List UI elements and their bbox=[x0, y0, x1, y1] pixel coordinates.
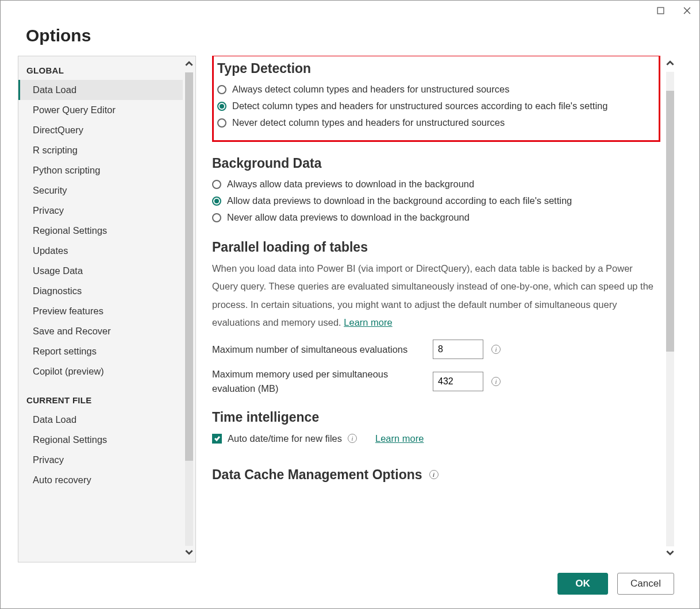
max-mem-row: Maximum memory used per simultaneous eva… bbox=[212, 367, 660, 396]
max-eval-input[interactable] bbox=[433, 340, 483, 359]
sidebar-item-save-and-recover[interactable]: Save and Recover bbox=[18, 321, 183, 341]
sidebar-item-directquery[interactable]: DirectQuery bbox=[18, 120, 183, 140]
type-detection-section: Type Detection Always detect column type… bbox=[212, 56, 660, 142]
checkbox-icon bbox=[212, 434, 222, 444]
info-icon[interactable]: i bbox=[491, 377, 501, 386]
maximize-button[interactable] bbox=[652, 2, 668, 18]
sidebar-item-cf-privacy[interactable]: Privacy bbox=[18, 450, 183, 470]
info-icon[interactable]: i bbox=[429, 470, 439, 479]
sidebar-item-diagnostics[interactable]: Diagnostics bbox=[18, 281, 183, 301]
checkbox-label: Auto date/time for new files bbox=[228, 433, 342, 444]
radio-label: Never detect column types and headers fo… bbox=[232, 117, 505, 128]
cancel-button[interactable]: Cancel bbox=[617, 573, 674, 595]
sidebar-item-python-scripting[interactable]: Python scripting bbox=[18, 160, 183, 180]
background-data-option-never[interactable]: Never allow data previews to download in… bbox=[212, 209, 660, 226]
background-data-option-always[interactable]: Always allow data previews to download i… bbox=[212, 176, 660, 192]
radio-label: Always detect column types and headers f… bbox=[232, 84, 509, 95]
sidebar-item-data-load[interactable]: Data Load bbox=[18, 80, 183, 100]
data-cache-title: Data Cache Management Options bbox=[212, 467, 422, 483]
sidebar-item-regional-settings[interactable]: Regional Settings bbox=[18, 221, 183, 241]
type-detection-option-always[interactable]: Always detect column types and headers f… bbox=[217, 81, 651, 98]
window-titlebar bbox=[1, 1, 699, 20]
options-dialog: Options GLOBAL Data Load Power Query Edi… bbox=[0, 0, 700, 609]
sidebar-item-cf-data-load[interactable]: Data Load bbox=[18, 410, 183, 430]
radio-label: Detect column types and headers for unst… bbox=[232, 101, 607, 111]
type-detection-option-per-file[interactable]: Detect column types and headers for unst… bbox=[217, 98, 651, 114]
info-icon[interactable]: i bbox=[491, 345, 501, 354]
max-mem-input[interactable] bbox=[433, 372, 483, 391]
parallel-loading-title: Parallel loading of tables bbox=[212, 240, 660, 255]
max-mem-label: Maximum memory used per simultaneous eva… bbox=[212, 367, 425, 396]
info-icon[interactable]: i bbox=[348, 434, 357, 443]
max-eval-label: Maximum number of simultaneous evaluatio… bbox=[212, 342, 425, 357]
background-data-option-per-file[interactable]: Allow data previews to download in the b… bbox=[212, 192, 660, 209]
radio-icon bbox=[217, 102, 226, 111]
chevron-up-icon[interactable] bbox=[185, 60, 193, 70]
sidebar-item-r-scripting[interactable]: R scripting bbox=[18, 140, 183, 160]
sidebar-item-privacy[interactable]: Privacy bbox=[18, 201, 183, 221]
content-pane: Type Detection Always detect column type… bbox=[212, 56, 676, 562]
content-scrollbar[interactable] bbox=[664, 56, 676, 562]
radio-icon bbox=[217, 85, 226, 94]
time-intel-learn-more-link[interactable]: Learn more bbox=[375, 433, 424, 444]
radio-label: Never allow data previews to download in… bbox=[227, 212, 470, 223]
sidebar-section-current-file: CURRENT FILE bbox=[18, 390, 183, 410]
auto-datetime-checkbox-row[interactable]: Auto date/time for new files i Learn mor… bbox=[212, 430, 660, 448]
radio-icon bbox=[217, 118, 226, 128]
sidebar-section-global: GLOBAL bbox=[18, 60, 183, 80]
max-eval-row: Maximum number of simultaneous evaluatio… bbox=[212, 340, 660, 359]
radio-icon bbox=[212, 180, 221, 189]
chevron-down-icon[interactable] bbox=[185, 548, 193, 558]
parallel-loading-description: When you load data into Power BI (via im… bbox=[212, 260, 660, 332]
sidebar-item-cf-regional-settings[interactable]: Regional Settings bbox=[18, 430, 183, 450]
parallel-loading-description-text: When you load data into Power BI (via im… bbox=[212, 263, 653, 327]
sidebar-item-cf-auto-recovery[interactable]: Auto recovery bbox=[18, 470, 183, 490]
radio-label: Always allow data previews to download i… bbox=[227, 179, 474, 190]
dialog-title: Options bbox=[1, 20, 699, 56]
radio-label: Allow data previews to download in the b… bbox=[227, 195, 572, 206]
background-data-title: Background Data bbox=[212, 156, 660, 171]
dialog-footer: OK Cancel bbox=[1, 562, 699, 608]
sidebar-scrollbar[interactable] bbox=[183, 56, 195, 562]
chevron-down-icon[interactable] bbox=[666, 549, 674, 559]
sidebar-item-preview-features[interactable]: Preview features bbox=[18, 301, 183, 321]
parallel-learn-more-link[interactable]: Learn more bbox=[344, 317, 392, 327]
ok-button[interactable]: OK bbox=[557, 573, 608, 595]
radio-icon bbox=[212, 196, 221, 206]
sidebar-item-report-settings[interactable]: Report settings bbox=[18, 341, 183, 361]
sidebar-item-usage-data[interactable]: Usage Data bbox=[18, 261, 183, 281]
type-detection-option-never[interactable]: Never detect column types and headers fo… bbox=[217, 114, 651, 131]
sidebar-item-copilot-preview[interactable]: Copilot (preview) bbox=[18, 361, 183, 381]
radio-icon bbox=[212, 213, 221, 222]
time-intelligence-title: Time intelligence bbox=[212, 410, 660, 425]
svg-rect-0 bbox=[657, 7, 664, 14]
close-button[interactable] bbox=[679, 2, 695, 18]
data-cache-title-row: Data Cache Management Options i bbox=[212, 467, 660, 483]
sidebar-item-security[interactable]: Security bbox=[18, 180, 183, 201]
sidebar-item-power-query-editor[interactable]: Power Query Editor bbox=[18, 100, 183, 120]
sidebar: GLOBAL Data Load Power Query Editor Dire… bbox=[18, 56, 196, 562]
type-detection-title: Type Detection bbox=[217, 61, 651, 76]
chevron-up-icon[interactable] bbox=[666, 59, 674, 70]
sidebar-item-updates[interactable]: Updates bbox=[18, 241, 183, 261]
